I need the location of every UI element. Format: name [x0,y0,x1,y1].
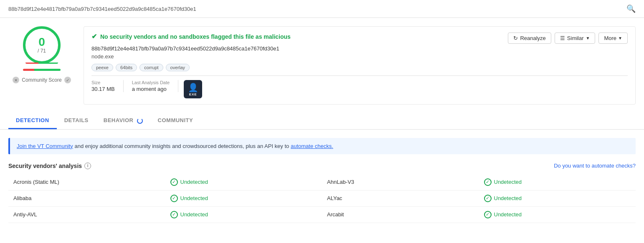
more-chevron-icon: ▼ [618,36,622,40]
top-bar: 88b78d9f12e4e4817bfb79a0a97b7c9341eed502… [0,0,644,18]
vendor-name-4: AhnLab-V3 [322,174,479,190]
vendor-name-3: Antiy-AVL [8,206,165,223]
check-icon-4: ✓ [484,178,492,186]
undetected-badge-3: ✓ Undetected [170,211,317,218]
reanalyze-label: Reanalyze [520,35,545,41]
check-icon-2: ✓ [170,195,178,202]
score-denominator: / 71 [38,48,46,54]
undetected-badge-4: ✓ Undetected [484,178,631,186]
community-score-check-icon: ✓ [64,77,71,83]
check-icon-1: ✓ [170,178,178,186]
info-icon[interactable]: i [84,163,91,169]
tab-detection[interactable]: DETECTION [8,113,57,129]
file-date-value: a moment ago [132,86,170,92]
more-label: More [604,35,616,41]
undetected-text-2: Undetected [180,195,208,201]
security-title-text: Security vendors' analysis [8,163,82,169]
file-meta-section: Size 30.17 MB Last Analysis Date a momen… [84,71,635,104]
vendor-result-4: ✓ Undetected [479,174,636,190]
community-score-x-icon: ✕ [13,77,19,83]
exe-person-icon: 👤 [188,83,198,93]
undetected-badge-5: ✓ Undetected [484,195,631,202]
undetected-badge-2: ✓ Undetected [170,195,317,202]
tab-details[interactable]: DETAILS [57,113,96,129]
tag-peexe: peexe [91,64,113,71]
clean-check-icon: ✔ [91,33,97,40]
undetected-text-5: Undetected [494,195,522,201]
check-icon-3: ✓ [170,211,178,218]
file-meta-row: Size 30.17 MB Last Analysis Date a momen… [91,75,628,98]
similar-label: Similar [567,35,584,41]
tag-corrupt: corrupt [139,64,163,71]
reanalyze-button[interactable]: ↻ Reanalyze [508,33,551,44]
reanalyze-icon: ↻ [513,35,518,41]
vendor-name-1: Acronis (Static ML) [8,174,165,190]
search-icon[interactable]: 🔍 [626,4,636,13]
header-actions: ↻ Reanalyze ☰ Similar ▼ More ▼ [508,33,628,44]
undetected-badge-1: ✓ Undetected [170,178,317,186]
vendor-result-2: ✓ Undetected [165,190,322,206]
score-number: 0 [38,36,45,48]
similar-button[interactable]: ☰ Similar ▼ [555,33,596,44]
vendor-name-2: Alibaba [8,190,165,206]
vendor-result-3: ✓ Undetected [165,206,322,223]
tag-64bits: 64bits [116,64,137,71]
more-button[interactable]: More ▼ [598,33,628,44]
vendor-result-1: ✓ Undetected [165,174,322,190]
security-section-header: Security vendors' analysis i Do you want… [8,163,636,169]
tab-behavior[interactable]: BEHAVIOR [96,113,150,129]
top-bar-hash: 88b78d9f12e4e4817bfb79a0a97b7c9341eed502… [8,6,196,12]
undetected-text-6: Undetected [494,211,522,218]
security-section-title: Security vendors' analysis i [8,163,91,169]
exe-icon: 👤 EXE [184,80,202,98]
check-icon-5: ✓ [484,195,492,202]
vendor-result-6: ✓ Undetected [479,206,636,223]
vendor-name-5: ALYac [322,190,479,206]
community-score-label: Community Score [22,77,61,83]
file-size-item: Size 30.17 MB [91,80,124,92]
top-section: 0 / 71 ✕ Community Score ✓ ✔ No security… [0,18,644,105]
table-row: Alibaba ✓ Undetected ALYac ✓ Undetected [8,190,636,206]
clean-message: No security vendors and no sandboxes fla… [100,33,291,40]
community-score-row: ✕ Community Score ✓ [13,77,71,83]
tag-overlay: overlay [166,64,190,71]
similar-chevron-icon: ▼ [586,36,590,40]
vendor-table: Acronis (Static ML) ✓ Undetected AhnLab-… [8,174,636,223]
score-circle: 0 / 71 [23,26,61,64]
check-icon-6: ✓ [484,211,492,218]
tabs-bar: DETECTION DETAILS BEHAVIOR COMMUNITY [0,113,644,130]
vt-community-banner: Join the VT Community and enjoy addition… [8,138,636,154]
automate-checks-text[interactable]: Do you want to automate checks? [554,163,636,169]
undetected-text-4: Undetected [494,179,522,185]
undetected-text-1: Undetected [180,179,208,185]
undetected-badge-6: ✓ Undetected [484,211,631,218]
clean-banner: ✔ No security vendors and no sandboxes f… [91,33,508,40]
file-date-label: Last Analysis Date [132,80,170,85]
file-date-item: Last Analysis Date a moment ago [124,80,179,92]
join-vt-link[interactable]: Join the VT Community [17,143,73,149]
detection-content: Join the VT Community and enjoy addition… [0,130,644,223]
exe-label: EXE [189,93,197,96]
tab-community[interactable]: COMMUNITY [150,113,201,129]
file-hash: 88b78d9f12e4e4817bfb79a0a97b7c9341eed502… [91,45,508,52]
file-size-value: 30.17 MB [91,86,115,92]
file-tags: peexe 64bits corrupt overlay [91,64,508,71]
table-row: Antiy-AVL ✓ Undetected Arcabit ✓ Undetec… [8,206,636,223]
similar-icon: ☰ [560,35,565,41]
file-name: node.exe [91,53,508,60]
table-row: Acronis (Static ML) ✓ Undetected AhnLab-… [8,174,636,190]
file-info-header: ✔ No security vendors and no sandboxes f… [84,27,635,71]
score-bar [23,69,61,71]
automate-checks-link[interactable]: automate checks. [291,143,333,149]
vendor-name-6: Arcabit [322,206,479,223]
file-info-panel: ✔ No security vendors and no sandboxes f… [84,26,636,105]
file-size-label: Size [91,80,115,85]
score-panel: 0 / 71 ✕ Community Score ✓ [8,26,75,105]
page-wrapper: 88b78d9f12e4e4817bfb79a0a97b7c9341eed502… [0,0,644,223]
undetected-text-3: Undetected [180,211,208,218]
behavior-loading-icon [137,118,143,124]
vendor-result-5: ✓ Undetected [479,190,636,206]
file-type-icon-panel: 👤 EXE [178,80,203,98]
banner-text1: and enjoy additional community insights … [75,143,289,149]
file-info-main: ✔ No security vendors and no sandboxes f… [91,33,508,71]
